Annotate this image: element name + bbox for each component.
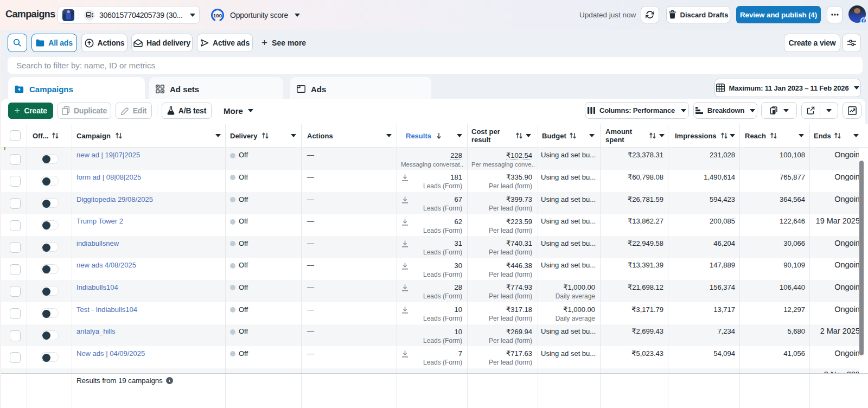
- svg-text:100: 100: [213, 12, 222, 18]
